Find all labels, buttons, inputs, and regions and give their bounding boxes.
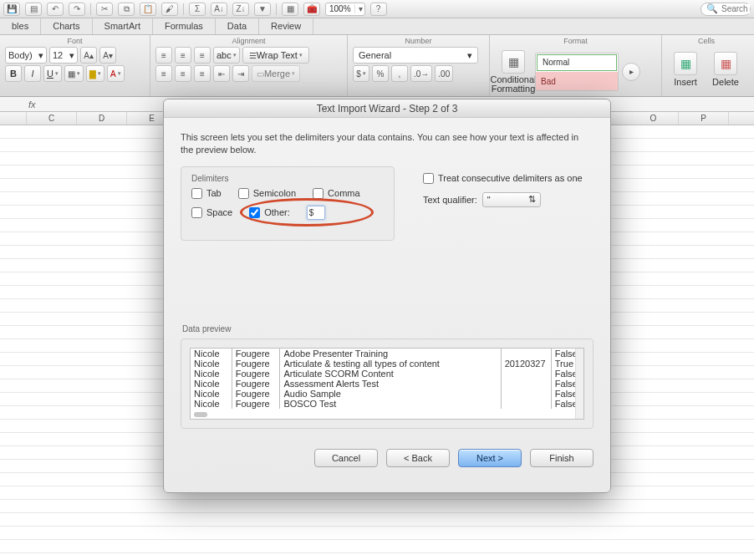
save-icon[interactable]: 💾 [3,3,20,16]
tab-charts[interactable]: Charts [41,18,92,34]
col-head-o[interactable]: O [629,112,679,125]
font-color-button[interactable]: A▾ [107,65,125,82]
data-preview-box[interactable]: NicoleFougereAdobe Presenter TrainingFal… [190,348,584,420]
group-title-alignment: Alignment [155,37,342,45]
search-input[interactable] [721,4,750,13]
next-button[interactable]: Next > [458,449,522,467]
quick-access-toolbar: 💾 ▤ ↶ ↷ ✂ ⧉ 📋 🖌 Σ A↓ Z↓ ▼ ▦ 🧰 100% ▾ ? 🔍 [0,0,754,18]
indent-decrease-button[interactable]: ⇤ [213,65,230,82]
col-head-p[interactable]: P [679,112,729,125]
align-right-button[interactable]: ≡ [194,65,211,82]
conditional-formatting-button[interactable]: ▦ Conditional Formatting [495,49,532,94]
text-qualifier-selector[interactable]: " ⇅ [482,192,541,207]
shrink-font-button[interactable]: A▾ [99,47,116,64]
preview-cell: BOSCO Test [280,399,501,409]
align-left-button[interactable]: ≡ [155,65,172,82]
tab-formulas[interactable]: Formulas [153,18,216,34]
preview-row: NicoleFougereArticulate SCORM ContentFal… [191,369,583,379]
separator [276,3,277,15]
border-button[interactable]: ▦▾ [64,65,84,82]
delete-cells-button[interactable]: ▦ Delete [707,47,744,92]
preview-vertical-scrollbar[interactable] [575,349,583,419]
italic-button[interactable]: I [24,65,41,82]
preview-cell: Articulate & testing all types of conten… [280,359,501,369]
preview-cell: Fougere [232,389,281,399]
col-head-c[interactable]: C [27,112,77,125]
style-normal[interactable]: Normal [537,54,617,71]
conditional-formatting-icon: ▦ [502,50,525,74]
align-center-button[interactable]: ≡ [175,65,191,82]
tab-review[interactable]: Review [259,18,313,34]
format-painter-icon[interactable]: 🖌 [161,3,178,16]
orientation-button[interactable]: abc▾ [213,47,240,64]
zoom-selector[interactable]: 100% ▾ [325,3,365,16]
delimiter-tab-checkbox[interactable]: Tab [191,188,222,199]
delimiter-other-input[interactable] [307,206,325,220]
number-format-selector[interactable]: General▾ [353,47,478,64]
cut-icon[interactable]: ✂ [96,3,113,16]
wrap-text-button[interactable]: ☰ Wrap Text▾ [242,47,309,64]
delimiter-space-checkbox[interactable]: Space [191,207,232,218]
page-icon[interactable]: ▤ [25,3,42,16]
insert-cells-button[interactable]: ▦ Insert [667,47,704,92]
finish-button[interactable]: Finish [530,449,594,467]
sort-asc-icon[interactable]: A↓ [211,3,227,16]
tab-smartart[interactable]: SmartArt [93,18,153,34]
align-middle-button[interactable]: ≡ [175,47,191,64]
paste-icon[interactable]: 📋 [140,3,156,16]
cancel-button[interactable]: Cancel [314,449,378,467]
decrease-decimal-button[interactable]: .00 [435,65,453,82]
ribbon-tabs: bles Charts SmartArt Formulas Data Revie… [0,18,754,35]
redo-icon[interactable]: ↷ [69,3,85,16]
back-button[interactable]: < Back [386,449,450,467]
undo-icon[interactable]: ↶ [47,3,64,16]
chevron-down-icon: ▾ [467,50,472,61]
delimiter-comma-checkbox[interactable]: Comma [313,188,360,199]
dialog-button-row: Cancel < Back Next > Finish [164,437,610,467]
merge-button[interactable]: ▭ Merge▾ [252,65,300,82]
style-bad[interactable]: Bad [536,72,618,91]
underline-button[interactable]: U▾ [43,65,62,82]
bold-button[interactable]: B [5,65,22,82]
fx-icon[interactable]: fx [28,99,36,109]
delimiter-other-checkbox[interactable]: Other: [249,207,290,218]
tab-tables[interactable]: bles [0,18,41,34]
fill-color-button[interactable]: ▇▾ [86,65,104,82]
cell-styles-gallery[interactable]: Normal Bad [535,53,619,91]
sum-icon[interactable]: Σ [189,3,206,16]
preview-horizontal-scrollbar[interactable] [194,412,207,417]
col-head-d[interactable]: D [77,112,127,125]
gallery-icon[interactable]: ▦ [282,3,298,16]
increase-decimal-button[interactable]: .0→ [410,65,432,82]
preview-cell: Nicole [191,379,232,389]
currency-button[interactable]: $▾ [353,65,369,82]
delimiter-semicolon-checkbox[interactable]: Semicolon [238,188,296,199]
styles-more-button[interactable]: ▸ [622,63,640,81]
conditional-formatting-label: Conditional Formatting [490,75,536,94]
grow-font-button[interactable]: A▴ [80,47,97,64]
ribbon: Font Body)▾ 12▾ A▴ A▾ B I U▾ ▦▾ ▇▾ A▾ [0,35,754,97]
treat-consecutive-checkbox[interactable]: Treat consecutive delimiters as one [423,173,583,184]
preview-row: NicoleFougereBOSCO TestFalse [191,399,583,409]
font-name-selector[interactable]: Body)▾ [5,47,47,64]
search-box[interactable]: 🔍 [701,3,751,16]
sort-desc-icon[interactable]: Z↓ [232,3,249,16]
group-title-number: Number [353,37,484,45]
toolbox-icon[interactable]: 🧰 [303,3,320,16]
data-preview-panel: NicoleFougereAdobe Presenter TrainingFal… [181,339,594,429]
copy-icon[interactable]: ⧉ [118,3,135,16]
font-size-selector[interactable]: 12▾ [49,47,78,64]
indent-increase-button[interactable]: ⇥ [232,65,249,82]
help-icon[interactable]: ? [370,3,387,16]
data-preview-label: Data preview [182,324,594,333]
preview-row: NicoleFougereAudio SampleFalse [191,389,583,399]
delimiters-label: Delimiters [191,174,384,183]
percent-button[interactable]: % [372,65,389,82]
align-bottom-button[interactable]: ≡ [194,47,211,64]
align-top-button[interactable]: ≡ [155,47,172,64]
chevron-down-icon: ▾ [69,50,74,61]
tab-data[interactable]: Data [216,18,259,34]
comma-button[interactable]: , [391,65,408,82]
filter-icon[interactable]: ▼ [254,3,271,16]
preview-row: NicoleFougereArticulate & testing all ty… [191,359,583,369]
